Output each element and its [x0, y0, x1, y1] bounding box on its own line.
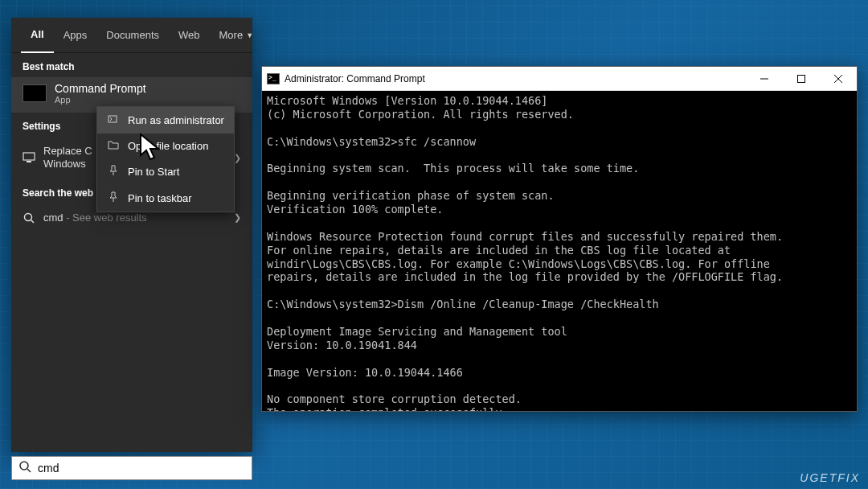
- title-bar[interactable]: Administrator: Command Prompt: [262, 67, 857, 91]
- window-title: Administrator: Command Prompt: [285, 73, 425, 84]
- command-prompt-icon: [267, 73, 280, 84]
- best-match-subtitle: App: [55, 95, 146, 105]
- context-item-label: Pin to Start: [128, 166, 179, 178]
- cursor-icon: [139, 133, 165, 166]
- tab-documents[interactable]: Documents: [96, 18, 169, 53]
- search-icon: [23, 212, 35, 224]
- start-menu: All Apps Documents Web More ▼ Best match…: [11, 18, 252, 452]
- admin-shield-icon: [107, 113, 120, 127]
- svg-point-2: [25, 213, 32, 220]
- chevron-right-icon: ❯: [234, 212, 241, 223]
- web-suffix-text: - See web results: [63, 212, 147, 224]
- pin-icon: [107, 165, 120, 179]
- svg-point-5: [20, 462, 28, 470]
- chevron-right-icon: ❯: [234, 153, 241, 163]
- context-pin-start[interactable]: Pin to Start: [97, 158, 234, 185]
- tab-more[interactable]: More ▼: [210, 18, 264, 53]
- context-run-as-admin[interactable]: Run as administrator: [97, 107, 234, 134]
- watermark: UGETFIX: [800, 471, 860, 484]
- context-menu: Run as administrator Open file location …: [96, 106, 235, 212]
- maximize-button[interactable]: [783, 67, 820, 91]
- context-pin-taskbar[interactable]: Pin to taskbar: [97, 185, 234, 212]
- svg-rect-0: [23, 153, 35, 160]
- svg-rect-4: [108, 116, 117, 122]
- folder-icon: [107, 140, 120, 152]
- settings-item-text: Replace CWindows: [43, 145, 92, 171]
- search-box[interactable]: [11, 456, 252, 480]
- tab-apps[interactable]: Apps: [54, 18, 97, 53]
- best-match-title: Command Prompt: [55, 82, 146, 95]
- svg-rect-8: [798, 75, 805, 82]
- svg-line-3: [31, 220, 35, 223]
- command-prompt-window: Administrator: Command Prompt Microsoft …: [261, 66, 858, 412]
- svg-rect-1: [27, 161, 31, 162]
- monitor-icon: [23, 151, 35, 164]
- command-prompt-icon: [23, 84, 47, 102]
- search-input[interactable]: [38, 462, 245, 475]
- context-item-label: Pin to taskbar: [128, 192, 192, 204]
- pin-icon: [107, 191, 120, 205]
- tab-web[interactable]: Web: [169, 18, 210, 53]
- context-open-location[interactable]: Open file location: [97, 134, 234, 158]
- context-item-label: Run as administrator: [128, 114, 224, 126]
- minimize-button[interactable]: [746, 67, 783, 91]
- chevron-down-icon: ▼: [246, 31, 253, 39]
- search-filter-tabs: All Apps Documents Web More ▼: [11, 18, 252, 53]
- tab-more-label: More: [219, 29, 244, 41]
- search-icon: [18, 460, 31, 476]
- close-button[interactable]: [820, 67, 857, 91]
- web-query-text: cmd: [43, 212, 63, 224]
- best-match-label: Best match: [11, 53, 252, 77]
- terminal-output[interactable]: Microsoft Windows [Version 10.0.19044.14…: [262, 91, 857, 411]
- tab-all[interactable]: All: [21, 18, 54, 53]
- svg-line-6: [27, 469, 31, 472]
